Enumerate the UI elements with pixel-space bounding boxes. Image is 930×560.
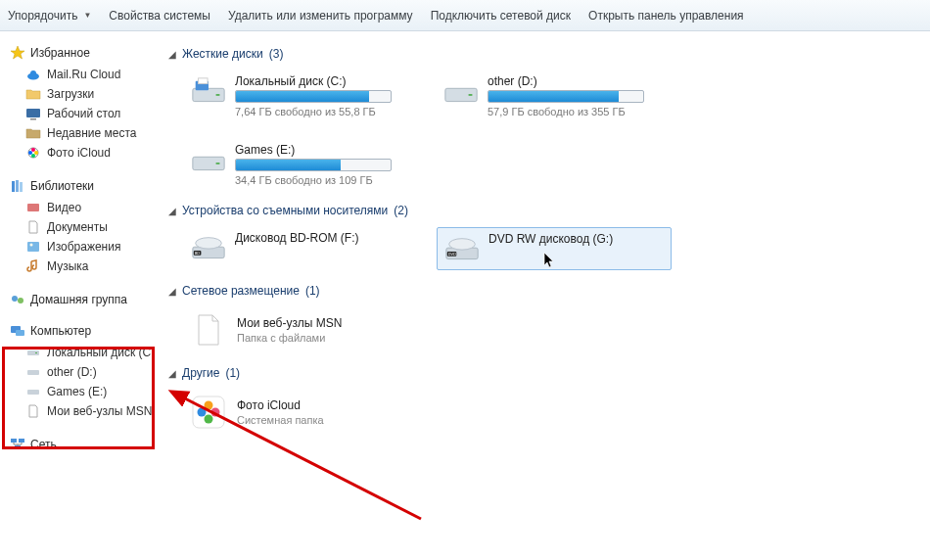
homegroup-icon [10,292,25,307]
svg-rect-21 [35,352,37,353]
drive-c[interactable]: Локальный диск (C:) 7,64 ГБ свободно из … [184,70,419,121]
drive-bd[interactable]: BD Дисковод BD-ROM (F:) [184,227,419,270]
svg-text:DVD: DVD [448,253,456,257]
section-network[interactable]: ◢ Сетевое размещение (1) [168,284,918,298]
svg-point-7 [34,151,38,155]
network-item[interactable]: Сеть [10,437,153,452]
svg-rect-10 [12,181,15,192]
favorites-group[interactable]: Избранное [10,45,153,61]
svg-point-17 [18,298,23,303]
netloc-msn[interactable]: Мои веб-узлы MSN Папка с файлами [184,307,419,352]
pictures-icon [25,239,41,255]
sidebar-item-documents[interactable]: Документы [10,217,153,237]
drive-icon [25,384,41,399]
capacity-bar-e [235,159,392,171]
organize-button[interactable]: Упорядочить ▼ [8,9,91,23]
cloud-icon [25,67,41,82]
hdd-icon [190,74,227,108]
svg-rect-28 [216,94,220,96]
drive-d[interactable]: other (D:) 57,9 ГБ свободно из 355 ГБ [437,70,672,121]
sidebar-item-other-d[interactable]: other (D:) [10,362,153,382]
sidebar-item-games-e[interactable]: Games (E:) [10,382,153,401]
svg-point-16 [12,296,18,302]
collapse-icon: ◢ [168,49,176,60]
drive-dvd[interactable]: DVD DVD RW дисковод (G:) [437,227,672,270]
photos-icon [25,145,41,161]
sidebar-item-mailru[interactable]: Mail.Ru Cloud [10,65,153,84]
capacity-bar-c [235,90,392,103]
optical-drive-icon: DVD [443,232,481,265]
music-icon [25,258,41,274]
drive-icon [25,345,41,360]
photos-icon [190,394,227,431]
document-icon [190,311,227,349]
section-other[interactable]: ◢ Другие (1) [168,366,918,380]
svg-rect-4 [30,118,36,120]
svg-point-2 [30,70,36,76]
sidebar-item-icloud-photos[interactable]: Фото iCloud [10,143,153,163]
svg-rect-32 [469,94,473,96]
homegroup-item[interactable]: Домашняя группа [10,292,153,307]
desktop-icon [25,106,41,121]
optical-drive-icon: BD [190,231,227,264]
section-hdd[interactable]: ◢ Жесткие диски (3) [168,47,918,61]
svg-point-8 [31,154,35,158]
folder-icon [25,86,41,102]
hdd-icon [442,74,480,108]
sidebar-item-pictures[interactable]: Изображения [10,237,153,257]
svg-point-47 [198,408,207,417]
svg-rect-22 [27,370,39,375]
video-icon [25,200,41,215]
cursor-icon [543,252,557,269]
svg-rect-19 [16,330,24,336]
navigation-pane: Избранное Mail.Ru Cloud Загрузки Рабочий… [0,31,157,560]
organize-label: Упорядочить [8,9,77,23]
system-properties-button[interactable]: Свойства системы [109,9,210,23]
sidebar-item-recent[interactable]: Недавние места [10,123,153,143]
other-icloud[interactable]: Фото iCloud Системная папка [184,390,419,435]
document-icon [25,219,41,235]
libraries-group[interactable]: Библиотеки [10,178,153,194]
drive-icon [25,364,41,380]
section-removable[interactable]: ◢ Устройства со съемными носителями (2) [168,204,918,217]
svg-rect-30 [199,78,208,84]
svg-rect-14 [27,242,39,252]
sidebar-item-msn[interactable]: Мои веб-узлы MSN [10,401,153,421]
uninstall-button[interactable]: Удалить или изменить программу [228,9,413,23]
svg-marker-0 [11,46,24,59]
drive-e[interactable]: Games (E:) 34,4 ГБ свободно из 109 ГБ [184,139,419,190]
svg-point-36 [196,238,222,249]
svg-rect-34 [216,163,220,164]
svg-text:BD: BD [195,252,201,256]
sidebar-item-video[interactable]: Видео [10,198,153,217]
svg-point-45 [211,408,220,417]
collapse-icon: ◢ [168,206,176,216]
svg-rect-25 [19,439,24,443]
svg-rect-20 [27,350,39,355]
star-icon [10,45,25,61]
svg-point-44 [205,401,213,410]
chevron-down-icon: ▼ [83,11,91,20]
sidebar-item-downloads[interactable]: Загрузки [10,84,153,104]
svg-point-40 [449,239,476,250]
hdd-icon [190,143,227,176]
svg-rect-23 [27,390,39,395]
recent-icon [25,125,41,141]
collapse-icon: ◢ [168,368,176,379]
capacity-bar-d [488,90,644,103]
collapse-icon: ◢ [168,286,176,297]
control-panel-button[interactable]: Открыть панель управления [588,9,744,23]
svg-rect-26 [15,445,21,449]
svg-point-46 [205,415,213,424]
libraries-icon [10,178,25,194]
svg-rect-12 [20,182,23,192]
sidebar-item-desktop[interactable]: Рабочий стол [10,104,153,123]
svg-rect-11 [16,180,19,192]
sidebar-item-local-c[interactable]: Локальный диск (C [10,343,153,362]
map-drive-button[interactable]: Подключить сетевой диск [431,9,571,23]
computer-icon [10,323,25,339]
sidebar-item-music[interactable]: Музыка [10,257,153,276]
toolbar: Упорядочить ▼ Свойства системы Удалить и… [0,0,930,31]
svg-rect-24 [11,439,17,443]
computer-group[interactable]: Компьютер [10,323,153,339]
